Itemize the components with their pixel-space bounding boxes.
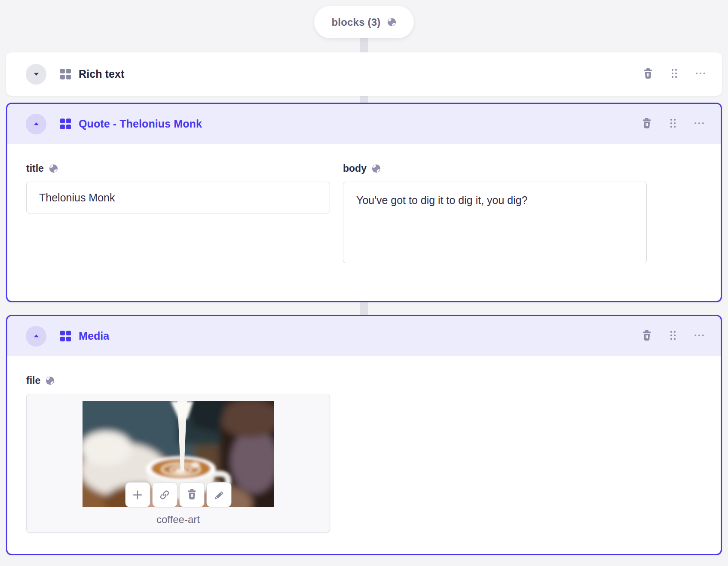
drag-handle-icon [667,329,679,343]
field-label: file [26,375,40,386]
chevron-up-icon [33,120,40,128]
ellipsis-icon [694,67,707,81]
title-field-group: title [26,163,330,263]
delete-block-button[interactable] [641,117,653,131]
file-preview [83,401,274,507]
drag-handle[interactable] [667,329,679,343]
block-quote: Quote - Thelonius Monk title body [6,103,722,302]
collapse-block-button[interactable] [26,114,46,134]
globe-icon [371,164,381,173]
ellipsis-icon [693,329,705,343]
delete-block-button[interactable] [642,67,654,81]
file-action-toolbar [125,482,231,507]
block-title: Quote - Thelonius Monk [79,118,202,130]
link-file-button[interactable] [152,482,177,507]
more-options-button[interactable] [693,117,705,131]
block-type-grid-icon [60,330,71,342]
block-actions [641,329,705,343]
globe-icon [387,17,397,27]
plus-icon [132,489,144,501]
trash-icon [642,67,654,81]
block-type-grid-icon [60,118,71,130]
more-options-button[interactable] [694,67,707,81]
expand-block-button[interactable] [26,64,46,85]
blocks-count-label: blocks (3) [331,16,380,28]
block-editor-page: blocks (3) Rich text Quote - Thelonius M… [0,0,728,566]
field-label-row: title [26,163,330,174]
drag-handle-icon [667,117,679,131]
block-actions [642,67,707,81]
block-title: Rich text [79,68,124,80]
delete-file-button[interactable] [179,482,204,507]
block-header[interactable]: Quote - Thelonius Monk [7,104,721,144]
pill-row: blocks (3) [0,0,728,38]
block-actions [641,117,705,131]
file-upload-field: coffee-art [26,394,330,533]
more-options-button[interactable] [693,329,705,343]
edit-file-button[interactable] [206,482,231,507]
pencil-icon [213,489,225,501]
collapse-block-button[interactable] [26,326,46,347]
block-type-grid-icon [60,68,71,80]
field-label: body [343,163,367,174]
chevron-down-icon [33,70,40,78]
ellipsis-icon [693,117,705,131]
add-file-button[interactable] [125,482,150,507]
field-label: title [26,163,44,174]
block-fields: title body You've got to dig it to dig i… [7,144,721,301]
file-name-caption: coffee-art [27,514,330,526]
drag-handle[interactable] [667,117,679,131]
block-header[interactable]: Media [7,316,721,356]
trash-icon [186,488,198,502]
trash-icon [641,117,653,131]
body-textarea[interactable]: You've got to dig it to dig it, you dig? [343,182,647,263]
trash-icon [641,329,653,343]
block-fields: file [7,356,721,554]
field-label-row: body [343,163,647,174]
body-field-group: body You've got to dig it to dig it, you… [343,163,647,263]
drag-handle-icon [668,67,680,81]
globe-icon [45,376,55,386]
delete-block-button[interactable] [641,329,653,343]
drag-handle[interactable] [668,67,680,81]
block-rich-text[interactable]: Rich text [6,52,722,96]
field-label-row: file [26,375,721,386]
chevron-up-icon [33,332,40,340]
block-media: Media file [6,315,722,555]
link-icon [159,489,171,501]
globe-icon [49,164,58,173]
block-title: Media [79,330,109,342]
blocks-count-pill[interactable]: blocks (3) [314,6,413,38]
title-input[interactable] [26,182,330,213]
